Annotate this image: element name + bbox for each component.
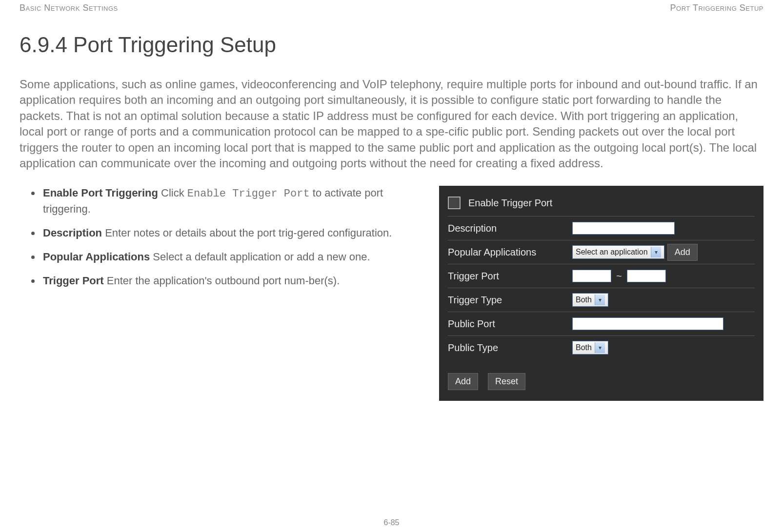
chevron-down-icon: ▾ bbox=[651, 247, 661, 257]
row-trigger-port: Trigger Port ~ bbox=[448, 264, 755, 288]
row-public-type: Public Type Both ▾ bbox=[448, 335, 755, 359]
label-public-port: Public Port bbox=[448, 318, 572, 330]
reset-button[interactable]: Reset bbox=[488, 373, 525, 390]
text: Select a default application or add a ne… bbox=[150, 251, 370, 263]
running-header: Basic Network Settings Port Triggering S… bbox=[20, 0, 763, 13]
list-item: Description Enter notes or details about… bbox=[29, 226, 424, 241]
text: Enter the application's outbound port nu… bbox=[104, 275, 340, 287]
label-public-type: Public Type bbox=[448, 342, 572, 354]
enable-label: Enable Trigger Port bbox=[468, 197, 552, 209]
action-row: Add Reset bbox=[448, 373, 755, 390]
content-columns: Enable Port Triggering Click Enable Trig… bbox=[20, 186, 763, 401]
trigger-port-to-input[interactable] bbox=[627, 270, 666, 282]
term: Popular Applications bbox=[43, 251, 150, 263]
public-port-input[interactable] bbox=[572, 317, 723, 330]
label-trigger-port: Trigger Port bbox=[448, 271, 572, 282]
settings-panel-container: Enable Trigger Port Description Popular … bbox=[439, 186, 763, 401]
list-item: Popular Applications Select a default ap… bbox=[29, 250, 424, 265]
trigger-type-select[interactable]: Both ▾ bbox=[572, 293, 608, 307]
intro-paragraph: Some applications, such as online games,… bbox=[20, 77, 763, 171]
range-separator: ~ bbox=[614, 271, 624, 282]
settings-panel: Enable Trigger Port Description Popular … bbox=[439, 186, 763, 401]
row-description: Description bbox=[448, 216, 755, 240]
label-trigger-type: Trigger Type bbox=[448, 295, 572, 306]
description-input[interactable] bbox=[572, 222, 675, 235]
description-list: Enable Port Triggering Click Enable Trig… bbox=[20, 186, 424, 401]
label-description: Description bbox=[448, 223, 572, 234]
code-text: Enable Trigger Port bbox=[187, 188, 310, 200]
enable-row: Enable Trigger Port bbox=[448, 193, 755, 216]
page: Basic Network Settings Port Triggering S… bbox=[0, 0, 783, 532]
list-item: Trigger Port Enter the application's out… bbox=[29, 274, 424, 289]
header-right: Port Triggering Setup bbox=[670, 3, 763, 13]
row-popular-apps: Popular Applications Select an applicati… bbox=[448, 240, 755, 264]
text: Click bbox=[158, 187, 187, 199]
section-heading: 6.9.4 Port Triggering Setup bbox=[20, 33, 763, 57]
select-value: Both bbox=[576, 296, 592, 304]
term: Trigger Port bbox=[43, 275, 104, 287]
text: Enter notes or details about the port tr… bbox=[102, 227, 392, 239]
add-app-button[interactable]: Add bbox=[667, 244, 698, 261]
add-button[interactable]: Add bbox=[448, 373, 478, 390]
list-item: Enable Port Triggering Click Enable Trig… bbox=[29, 186, 424, 217]
row-public-port: Public Port bbox=[448, 312, 755, 335]
term: Description bbox=[43, 227, 102, 239]
chevron-down-icon: ▾ bbox=[595, 295, 605, 305]
header-left: Basic Network Settings bbox=[20, 3, 118, 13]
chevron-down-icon: ▾ bbox=[595, 342, 605, 353]
row-trigger-type: Trigger Type Both ▾ bbox=[448, 288, 755, 312]
public-type-select[interactable]: Both ▾ bbox=[572, 341, 608, 355]
trigger-port-from-input[interactable] bbox=[572, 270, 611, 282]
select-value: Both bbox=[576, 343, 592, 352]
label-popular-apps: Popular Applications bbox=[448, 247, 572, 258]
select-value: Select an application bbox=[576, 248, 648, 256]
term: Enable Port Triggering bbox=[43, 187, 158, 199]
popular-apps-select[interactable]: Select an application ▾ bbox=[572, 245, 664, 259]
page-number: 6-85 bbox=[0, 518, 783, 527]
enable-checkbox[interactable] bbox=[448, 197, 461, 209]
